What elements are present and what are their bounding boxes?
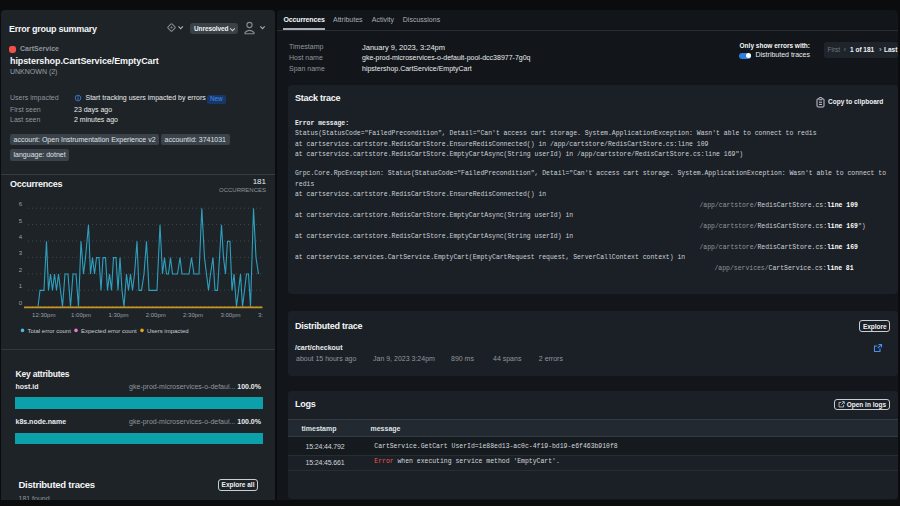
svg-text:0: 0 — [19, 300, 23, 306]
svg-text:2:30pm: 2:30pm — [183, 312, 203, 318]
svg-text:3:00pm: 3:00pm — [220, 312, 240, 318]
svg-text:2: 2 — [19, 267, 23, 273]
svg-text:Total error count: Total error count — [28, 328, 72, 334]
svg-text:2:00pm: 2:00pm — [146, 312, 166, 318]
svg-text:1:30pm: 1:30pm — [108, 312, 128, 318]
svg-text:5: 5 — [19, 218, 23, 224]
svg-text:6: 6 — [19, 201, 23, 207]
svg-text:12:30pm: 12:30pm — [32, 312, 55, 318]
svg-text:3: 3 — [19, 250, 23, 256]
svg-text:Users impacted: Users impacted — [147, 328, 189, 334]
svg-text:4: 4 — [19, 234, 23, 240]
svg-text:1:00pm: 1:00pm — [71, 312, 91, 318]
svg-text:Expected error count: Expected error count — [81, 328, 137, 334]
svg-text:1: 1 — [19, 283, 23, 289]
svg-text:3:30pm: 3:30pm — [258, 312, 263, 318]
